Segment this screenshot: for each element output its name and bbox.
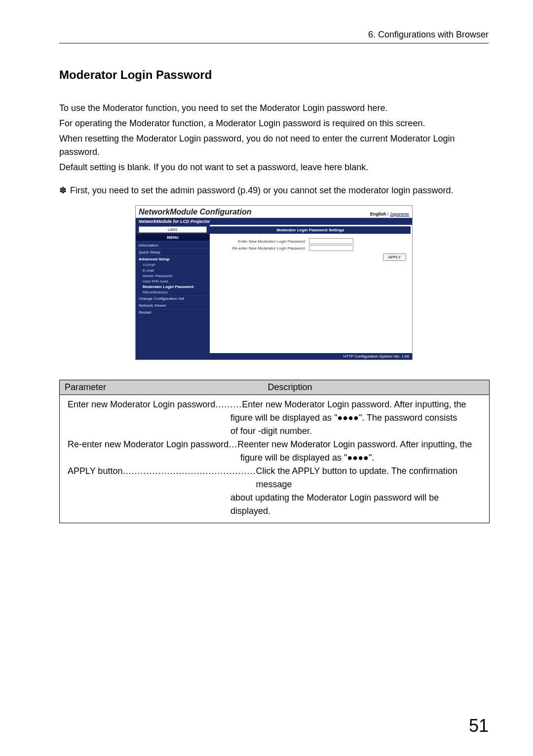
desc-apply-b: about updating the Moderator Login passw… [68,491,484,504]
menu-heading: MENU [136,234,210,241]
dots: ........................................… [122,465,256,491]
param-reenter-password: Re-enter new Moderator Login password [68,438,228,451]
desc-enter-password-c: of four -digit number. [68,425,484,438]
reenter-password-input[interactable] [309,245,353,251]
table-header: Parameter Description [60,380,489,395]
sidebar-item-quick-setup[interactable]: Quick Setup [136,249,210,255]
sidebar-item-change-config[interactable]: Change Configuration Set [136,295,210,302]
sidebar-item-information[interactable]: Information [136,242,210,249]
sidebar-item-email[interactable]: E-mail [136,268,210,273]
desc-enter-password-a: Enter new Moderator Login password. Afte… [242,398,466,411]
panel-heading: Moderator Login Password Settings [210,226,411,234]
field-enter-password-label: Enter New Moderator Login Password: [215,239,309,244]
intro-paragraph-2: For operating the Moderator function, a … [59,117,489,130]
field-reenter-password-label: Re-enter New Moderator Login Password: [215,246,309,251]
table-row: APPLY button ...........................… [68,465,484,491]
note-text: First, you need to set the admin passwor… [70,184,489,197]
intro-paragraph-1: To use the Moderator function, you need … [59,102,489,115]
col-parameter: Parameter [60,380,263,395]
language-switch: English / Japanese [370,212,409,216]
config-screenshot: NetworkModule Configuration English / Ja… [135,205,413,360]
sidebar-item-misc[interactable]: Miscellaneous [136,289,210,295]
table-row: Enter new Moderator Login password......… [68,398,484,411]
dots: ......... [215,398,242,411]
sidebar-item-restart[interactable]: Restart [136,309,210,316]
table-row: Re-enter new Moderator Login password ..… [68,438,484,451]
sidebar-item-advanced-setup[interactable]: Advanced Setup [136,255,210,262]
enter-password-input[interactable] [309,238,353,244]
sidebar: LAN1 MENU Information Quick Setup Advanc… [136,225,210,353]
param-apply-button: APPLY button [68,465,122,491]
desc-apply-c: displayed. [68,504,484,518]
param-enter-password: Enter new Moderator Login password [68,398,215,411]
sidebar-item-admin-password[interactable]: Admin Password [136,273,210,279]
desc-enter-password-b: figure will be displayed as "●●●●". The … [68,411,484,425]
screenshot-footer: HTTP Configuration System Ver. 1.00 [136,353,412,360]
apply-button[interactable]: APPLY [383,253,406,261]
dots: ... [228,438,237,451]
lang-english: English [370,212,386,216]
page-number: 51 [469,716,489,736]
intro-paragraph-3: When resetting the Moderator Login passw… [59,132,489,159]
desc-apply-a: Click the APPLY button to update. The co… [256,465,484,491]
section-title: Moderator Login Password [59,68,489,82]
parameter-table: Parameter Description Enter new Moderato… [59,380,490,523]
desc-reenter-password-b: figure will be displayed as "●●●●". [68,451,484,465]
breadcrumb: 6. Configurations with Browser [59,30,489,43]
app-subtitle: NetworkModule for LCD Projector [136,218,412,225]
col-description: Description [263,380,490,395]
sidebar-item-user-pin[interactable]: User PIN code [136,279,210,284]
note-mark-icon: ✽ [59,184,70,197]
app-title: NetworkModule Configuration [139,208,251,216]
intro-paragraph-4: Default setting is blank. If you do not … [59,161,489,174]
sidebar-item-network-viewer[interactable]: Network Viewer [136,302,210,309]
sidebar-item-moderator-password[interactable]: Moderator Login Password [136,284,210,289]
sidebar-item-tcpip[interactable]: TCP/IP [136,262,210,268]
lang-japanese-link[interactable]: Japanese [390,212,409,216]
lan-selector[interactable]: LAN1 [139,226,207,233]
note: ✽ First, you need to set the admin passw… [59,184,489,197]
desc-reenter-password-a: Reenter new Moderator Login password. Af… [237,438,472,451]
